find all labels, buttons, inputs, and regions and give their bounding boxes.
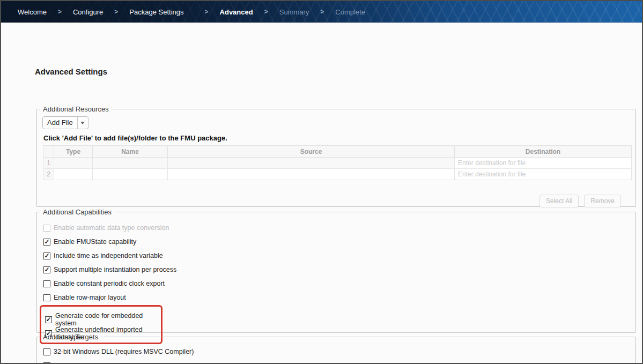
checkbox-row-auto-datatype-conversion: Enable automatic data type conversion	[43, 224, 635, 232]
checkbox-label: Generate code for embedded system	[55, 312, 161, 327]
add-file-dropdown-button[interactable]	[77, 117, 88, 129]
checkbox	[43, 225, 50, 232]
checkbox-label: Enable FMUState capability	[54, 238, 136, 246]
checkbox[interactable]	[43, 266, 50, 273]
select-all-button: Select All	[539, 195, 579, 207]
row-number: 1	[43, 158, 54, 169]
breadcrumb-separator-icon: >	[205, 8, 209, 16]
checkbox-label: Enable constant periodic clock export	[54, 280, 165, 287]
additional-resources-legend: Additional Resources	[40, 105, 112, 113]
resources-table-header-row: Type Name Source Destination	[43, 146, 632, 158]
checkbox-row-multiple-instantiation[interactable]: Support multiple instantiation per proce…	[43, 265, 635, 274]
add-file-button[interactable]: Add File	[43, 117, 77, 129]
table-row: 2	[43, 169, 632, 180]
checkbox-label: Include time as independent variable	[54, 252, 163, 259]
checkbox-row-32bit-windows-dll[interactable]: 32-bit Windows DLL (requires MSVC Compil…	[43, 347, 635, 356]
source-cell	[168, 158, 455, 169]
breadcrumb-step-advanced[interactable]: Advanced	[220, 8, 253, 16]
name-cell	[93, 158, 168, 169]
checkbox-label: Enable automatic data type conversion	[54, 224, 169, 232]
breadcrumb-step-package-settings[interactable]: Package Settings	[129, 8, 183, 16]
row-number: 2	[43, 169, 54, 180]
page-title: Advanced Settings	[35, 67, 107, 76]
chevron-down-icon	[80, 122, 85, 124]
breadcrumb-step-welcome[interactable]: Welcome	[18, 8, 47, 16]
checkbox[interactable]	[43, 362, 50, 364]
table-row: 1	[43, 158, 632, 169]
wizard-header: Welcome > Configure > Package Settings >…	[1, 1, 642, 23]
checkbox-label: 32-bit Windows DLL (requires MSVC Compil…	[54, 348, 194, 355]
table-actions: Select All Remove	[539, 195, 621, 207]
add-file-instruction: Click 'Add File' to add file(s)/folder t…	[43, 134, 635, 142]
col-header-name: Name	[93, 146, 168, 158]
add-file-split-button[interactable]: Add File	[42, 116, 88, 129]
col-header-source: Source	[168, 146, 455, 158]
destination-input[interactable]	[455, 158, 631, 168]
checkbox-row-linux-x86-64[interactable]: Linux (x86-64), requires Windows Subsyst…	[43, 361, 635, 364]
checkbox[interactable]	[43, 252, 50, 259]
checkbox-label: Enable row-major layout	[54, 294, 126, 301]
name-cell	[93, 169, 168, 180]
additional-capabilities-group: Additional Capabilities Enable automatic…	[36, 208, 636, 333]
additional-targets-group: Additional Targets 32-bit Windows DLL (r…	[36, 333, 636, 364]
checkbox-row-fmustate-capability[interactable]: Enable FMUState capability	[43, 237, 635, 246]
checkbox-row-embedded-system-code[interactable]: Generate code for embedded system	[45, 315, 161, 324]
remove-button: Remove	[584, 195, 621, 207]
breadcrumb-separator-icon: >	[114, 8, 118, 16]
checkbox[interactable]	[43, 294, 50, 301]
breadcrumb-separator-icon: >	[264, 8, 268, 16]
resources-table: Type Name Source Destination 1	[43, 145, 632, 180]
checkbox-label: Linux (x86-64), requires Windows Subsyst…	[54, 362, 241, 364]
type-cell	[54, 158, 93, 169]
col-header-rownum	[43, 146, 54, 158]
checkbox-row-time-independent-variable[interactable]: Include time as independent variable	[43, 251, 635, 260]
col-header-type: Type	[54, 146, 93, 158]
additional-targets-legend: Additional Targets	[40, 333, 101, 341]
type-cell	[54, 169, 93, 180]
breadcrumb: Welcome > Configure > Package Settings >…	[1, 1, 642, 23]
col-header-destination: Destination	[455, 146, 632, 158]
destination-input[interactable]	[455, 169, 631, 180]
breadcrumb-step-summary: Summary	[279, 8, 309, 16]
checkbox-label: Support multiple instantiation per proce…	[54, 266, 176, 273]
destination-cell	[455, 169, 632, 180]
checkbox-row-periodic-clock-export[interactable]: Enable constant periodic clock export	[43, 279, 635, 288]
breadcrumb-step-complete: Complete	[335, 8, 365, 16]
breadcrumb-separator-icon: >	[320, 8, 324, 16]
checkbox[interactable]	[43, 239, 50, 246]
additional-resources-group: Additional Resources Add File Click 'Add…	[36, 105, 636, 207]
breadcrumb-step-configure[interactable]: Configure	[73, 8, 103, 16]
checkbox-row-row-major-layout[interactable]: Enable row-major layout	[43, 293, 635, 302]
checkbox[interactable]	[43, 280, 50, 287]
checkbox[interactable]	[45, 316, 52, 323]
breadcrumb-separator-icon: >	[58, 8, 62, 16]
destination-cell	[455, 158, 632, 169]
source-cell	[168, 169, 455, 180]
wizard-window: Welcome > Configure > Package Settings >…	[0, 0, 643, 364]
additional-capabilities-legend: Additional Capabilities	[40, 208, 114, 216]
checkbox[interactable]	[43, 348, 50, 355]
content-area: Advanced Settings Additional Resources A…	[1, 23, 642, 363]
